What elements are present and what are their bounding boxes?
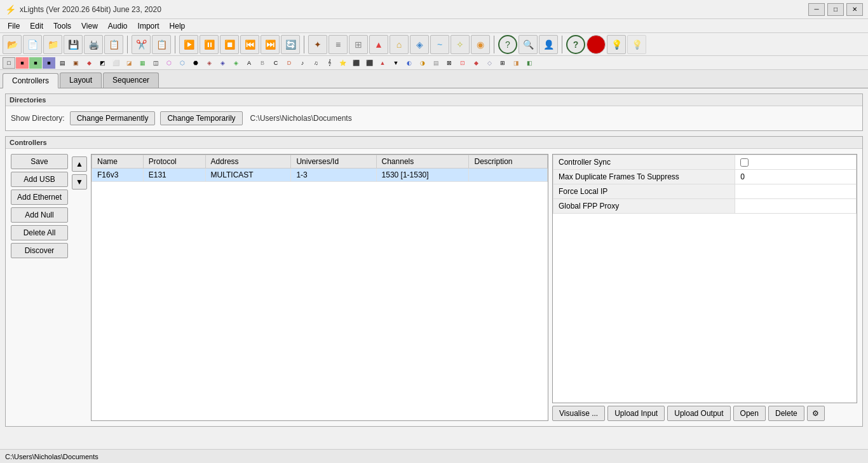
tb-copy2[interactable]: 📋 [152,35,171,54]
tb2-btn-38[interactable]: ⊞ [496,57,509,69]
tb2-btn-3[interactable]: ■ [29,57,42,69]
tb2-btn-12[interactable]: ◫ [149,57,162,69]
tb-home[interactable]: ⌂ [390,35,409,54]
tb-open[interactable]: 📂 [3,35,22,54]
delete-button[interactable]: Delete [768,406,804,421]
maximize-button[interactable]: □ [827,3,844,16]
tb2-btn-18[interactable]: ◈ [229,57,242,69]
table-row[interactable]: F16v3 E131 MULTICAST 1-3 1530 [1-1530] [92,169,548,182]
add-ethernet-button[interactable]: Add Ethernet [11,190,68,205]
close-button[interactable]: ✕ [846,3,863,16]
tb2-btn-7[interactable]: ◆ [83,57,95,69]
tb2-btn-6[interactable]: ▣ [69,57,82,69]
tb-play[interactable]: ▶️ [179,35,198,54]
tb-prev[interactable]: ⏮️ [240,35,259,54]
tb-new[interactable]: 📄 [23,35,42,54]
menu-audio[interactable]: Audio [103,20,133,32]
tb2-btn-34[interactable]: ⊠ [443,57,456,69]
controller-sync-checkbox[interactable] [740,158,749,167]
tb2-btn-40[interactable]: ◧ [523,57,536,69]
settings-value-fpp-proxy[interactable] [735,199,857,214]
tb2-btn-37[interactable]: ◇ [483,57,496,69]
tb-search[interactable]: ? [498,35,517,54]
tb-refresh[interactable]: 🔄 [281,35,300,54]
tb2-btn-17[interactable]: ◈ [216,57,229,69]
delete-all-button[interactable]: Delete All [11,225,68,240]
tb-print[interactable]: 🖨️ [84,35,103,54]
tb2-btn-25[interactable]: 𝄞 [323,57,336,69]
move-up-button[interactable]: ▲ [72,156,87,172]
tb-wave[interactable]: ~ [430,35,449,54]
change-temporarily-button[interactable]: Change Temporarily [160,111,242,125]
tb2-btn-33[interactable]: ▤ [430,57,442,69]
tb2-btn-21[interactable]: C [269,57,282,69]
tb2-btn-26[interactable]: ⭐ [336,57,349,69]
tb2-btn-19[interactable]: A [243,57,255,69]
tb2-btn-39[interactable]: ◨ [510,57,522,69]
tb2-btn-9[interactable]: ⬜ [109,57,122,69]
save-button[interactable]: Save [11,154,68,169]
tb2-btn-29[interactable]: ▲ [376,57,389,69]
tb-tag[interactable]: ▲ [369,35,388,54]
tb2-btn-35[interactable]: ⊡ [456,57,469,69]
settings-value-force-local[interactable] [735,184,857,199]
tb2-btn-36[interactable]: ◆ [470,57,482,69]
tb-grid[interactable]: ⊞ [349,35,368,54]
add-null-button[interactable]: Add Null [11,207,68,223]
tb-bulb2[interactable]: 💡 [627,35,646,54]
tb2-btn-31[interactable]: ◐ [403,57,416,69]
gear-button[interactable]: ⚙ [807,406,825,421]
tb-bars[interactable]: ≡ [329,35,348,54]
minimize-button[interactable]: ─ [808,3,825,16]
add-usb-button[interactable]: Add USB [11,172,68,187]
tb-cut[interactable]: ✂️ [132,35,151,54]
open-button[interactable]: Open [733,406,766,421]
settings-value-duplicate[interactable]: 0 [735,170,857,184]
menu-tools[interactable]: Tools [48,20,76,32]
discover-button[interactable]: Discover [11,243,68,258]
tab-controllers[interactable]: Controllers [3,73,58,88]
menu-file[interactable]: File [3,20,25,32]
tb-sparkle[interactable]: ✧ [451,35,470,54]
tab-layout[interactable]: Layout [60,73,102,88]
tb2-btn-2[interactable]: ■ [16,57,29,69]
menu-help[interactable]: Help [165,20,191,32]
tb-star[interactable]: ✦ [308,35,327,54]
tb-red[interactable]: ● [587,35,606,54]
upload-input-button[interactable]: Upload Input [607,406,665,421]
settings-value-sync[interactable] [735,155,857,170]
tb2-btn-15[interactable]: ⬣ [189,57,202,69]
tb-save[interactable]: 💾 [64,35,83,54]
tb2-btn-30[interactable]: ▼ [390,57,402,69]
tb2-btn-1[interactable]: □ [3,57,15,69]
change-permanently-button[interactable]: Change Permanently [70,111,156,125]
tb-user[interactable]: 👤 [539,35,558,54]
tb2-btn-5[interactable]: ▤ [56,57,69,69]
menu-edit[interactable]: Edit [25,20,48,32]
menu-import[interactable]: Import [133,20,165,32]
move-down-button[interactable]: ▼ [72,174,87,190]
menu-view[interactable]: View [76,20,103,32]
tab-sequencer[interactable]: Sequencer [103,73,159,88]
tb2-btn-20[interactable]: B [256,57,269,69]
tb2-btn-32[interactable]: ◑ [416,57,429,69]
tb-light[interactable]: ◉ [471,35,490,54]
tb-pin[interactable]: ◈ [410,35,429,54]
tb2-btn-23[interactable]: ♪ [296,57,309,69]
tb2-btn-10[interactable]: ◪ [123,57,135,69]
tb-bulb[interactable]: 💡 [607,35,626,54]
tb2-btn-13[interactable]: ⬡ [163,57,175,69]
tb2-btn-22[interactable]: D [283,57,295,69]
tb2-btn-4[interactable]: ■ [43,57,55,69]
tb-stop[interactable]: ⏹️ [220,35,239,54]
upload-output-button[interactable]: Upload Output [667,406,730,421]
tb-next[interactable]: ⏭️ [261,35,280,54]
visualise-button[interactable]: Visualise ... [552,406,605,421]
tb-help[interactable]: ? [566,35,585,54]
tb2-btn-24[interactable]: ♫ [309,57,322,69]
tb-paste[interactable]: 📋 [104,35,123,54]
tb2-btn-27[interactable]: ⬛ [349,57,362,69]
tb2-btn-14[interactable]: ⬡ [176,57,189,69]
tb2-btn-28[interactable]: ⬛ [363,57,376,69]
tb2-btn-11[interactable]: ▦ [136,57,149,69]
